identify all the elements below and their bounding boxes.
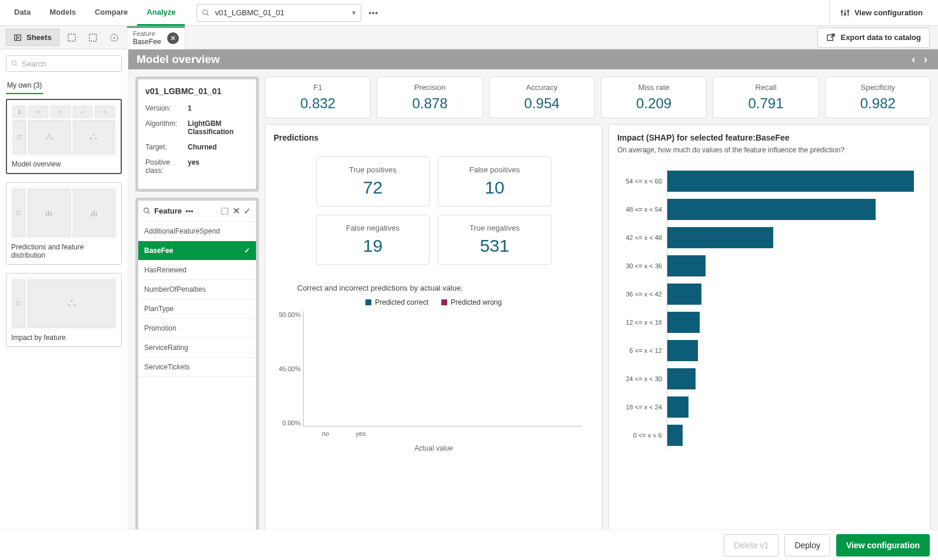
shap-row: 36 <= x < 42 <box>617 280 922 308</box>
feature-item[interactable]: NumberOfPenalties <box>138 280 256 299</box>
model-info-row: Target:Churned <box>145 143 249 151</box>
my-own-tab[interactable]: My own (3) <box>6 78 43 94</box>
topnav-compare[interactable]: Compare <box>85 0 137 26</box>
topnav-analyze[interactable]: Analyze <box>137 0 185 26</box>
metric-recall: Recall0.791 <box>713 76 819 118</box>
svg-rect-11 <box>89 34 97 41</box>
shap-label: 30 <= x < 36 <box>617 262 667 269</box>
search-icon <box>11 60 18 67</box>
shap-track <box>667 195 922 224</box>
more-icon[interactable]: ••• <box>185 206 194 215</box>
clear-icon[interactable]: ✕ <box>232 205 240 216</box>
shap-track <box>667 224 922 252</box>
model-info-card: v01_LGBMC_01_01 Version:1Algorithm:Light… <box>135 76 259 192</box>
shap-bar <box>667 396 688 418</box>
shap-label: 42 <= x < 48 <box>617 234 667 241</box>
feature-tab-value: BaseFee <box>133 38 161 46</box>
svg-line-17 <box>16 65 18 66</box>
view-configuration-top[interactable]: View configuration <box>829 0 933 26</box>
shap-track <box>667 393 922 421</box>
shap-track <box>667 252 922 280</box>
close-icon[interactable]: ✕ <box>167 32 179 44</box>
svg-rect-18 <box>17 135 21 139</box>
svg-rect-25 <box>93 211 94 216</box>
feature-filter-tab[interactable]: Feature BaseFee ✕ <box>127 26 185 49</box>
topnav-models[interactable]: Models <box>40 0 85 26</box>
svg-rect-30 <box>222 208 228 214</box>
svg-rect-26 <box>95 212 97 216</box>
shap-track <box>667 280 922 308</box>
svg-rect-21 <box>46 213 47 216</box>
shap-label: 24 <= x < 30 <box>617 375 667 382</box>
top-nav: DataModelsCompareAnalyze <box>5 0 185 26</box>
svg-point-3 <box>841 11 843 12</box>
selection-tool-3[interactable] <box>105 29 123 46</box>
search-icon <box>202 9 210 17</box>
export-data-button[interactable]: Export data to catalog <box>817 28 930 48</box>
svg-rect-10 <box>68 34 75 41</box>
feature-item[interactable]: BaseFee <box>138 241 256 261</box>
main: Search My own (3) F1P AR Model overview … <box>0 49 938 560</box>
confusion-cell: True negatives531 <box>438 215 551 265</box>
topnav-data[interactable]: Data <box>5 0 40 26</box>
sidebar-search[interactable]: Search <box>6 55 122 72</box>
prev-sheet[interactable]: ‹ <box>909 53 917 66</box>
confusion-matrix: True positives72False positives10False n… <box>316 156 551 265</box>
sheet-label: Predictions and feature distribution <box>10 239 118 261</box>
feature-list: AdditionalFeatureSpendBaseFeeHasRenewedN… <box>138 222 256 550</box>
feature-item[interactable]: ServiceRating <box>138 338 256 358</box>
shap-row: 42 <= x < 48 <box>617 224 922 252</box>
feature-item[interactable]: Promotion <box>138 319 256 338</box>
svg-rect-23 <box>51 212 52 216</box>
shap-track <box>667 421 922 449</box>
shap-label: 12 <= x < 18 <box>617 319 667 326</box>
sheet-thumb-0[interactable]: F1P AR Model overview <box>6 99 122 174</box>
sidebar-search-placeholder: Search <box>22 59 46 68</box>
sheet-thumb-2[interactable]: Impact by feature <box>6 273 122 347</box>
deploy-button[interactable]: Deploy <box>784 534 830 556</box>
search-icon[interactable] <box>143 207 151 215</box>
shap-track <box>667 167 922 195</box>
model-selector[interactable]: v01_LGBMC_01_01 ▾ <box>197 4 361 22</box>
delete-button: Delete v1 <box>724 534 779 556</box>
metric-miss-rate: Miss rate0.209 <box>601 76 707 118</box>
feature-list-card: Feature ••• ✕ ✓ AdditionalFeatureSpendBa… <box>135 198 259 553</box>
shap-row: 0 <= x < 6 <box>617 421 922 449</box>
x-tick: yes <box>343 430 378 437</box>
shap-bar <box>667 171 914 192</box>
shap-row: 48 <= x < 54 <box>617 195 922 224</box>
sidebar: Search My own (3) F1P AR Model overview … <box>0 49 128 560</box>
feature-item[interactable]: ServiceTickets <box>138 358 256 377</box>
sheet-thumb-1[interactable]: Predictions and feature distribution <box>6 182 122 265</box>
shap-label: 36 <= x < 42 <box>617 291 667 298</box>
selection-icon[interactable] <box>221 207 229 215</box>
svg-point-28 <box>144 208 149 213</box>
feature-item[interactable]: HasRenewed <box>138 261 256 280</box>
svg-line-1 <box>207 14 209 15</box>
confirm-icon[interactable]: ✓ <box>244 206 251 216</box>
sheets-button[interactable]: Sheets <box>6 29 59 46</box>
metric-f1: F10.832 <box>265 76 371 118</box>
next-sheet[interactable]: › <box>922 53 930 66</box>
sheets-label: Sheets <box>26 33 52 42</box>
export-icon <box>826 33 836 42</box>
view-configuration-button[interactable]: View configuration <box>836 534 930 556</box>
shap-bar <box>667 227 773 248</box>
shap-bar <box>667 284 701 305</box>
footer: Delete v1 Deploy View configuration <box>0 529 938 560</box>
toolbar: Sheets Feature BaseFee ✕ Export data to … <box>0 26 938 49</box>
model-info-row: Algorithm:LightGBM Classification <box>145 119 249 136</box>
more-menu[interactable]: ••• <box>368 8 378 17</box>
feature-item[interactable]: AdditionalFeatureSpend <box>138 222 256 241</box>
sheet-nav: ‹ › <box>909 53 930 66</box>
confusion-cell: False negatives19 <box>316 215 430 265</box>
svg-line-29 <box>148 212 149 214</box>
predictions-title: Predictions <box>274 133 594 142</box>
shap-bar <box>667 312 700 333</box>
feature-item[interactable]: PlanType <box>138 299 256 319</box>
selection-tool-1[interactable] <box>63 29 81 46</box>
selection-tool-2[interactable] <box>84 29 102 46</box>
model-info-row: Positive class:yes <box>145 158 249 175</box>
shap-bar <box>667 425 683 446</box>
sheet-label: Model overview <box>11 156 117 169</box>
